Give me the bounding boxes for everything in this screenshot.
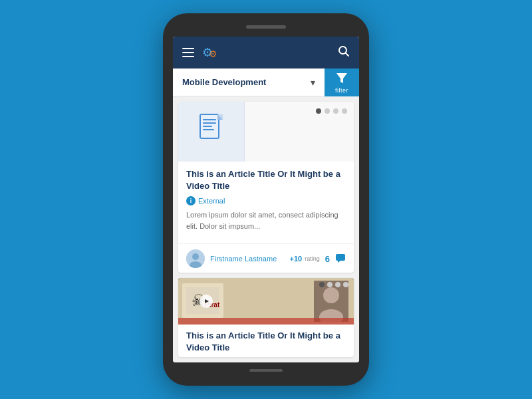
avatar xyxy=(186,249,205,268)
rating-area: +10 rating xyxy=(290,255,320,263)
dot-3 xyxy=(333,108,338,114)
filter-funnel-icon xyxy=(336,72,348,86)
filter-label: filter xyxy=(335,87,348,94)
category-bar: Mobile Development ▾ filter xyxy=(173,68,359,96)
chevron-down-icon: ▾ xyxy=(311,77,315,88)
card1-thumbnail xyxy=(178,102,354,162)
card1-dots xyxy=(316,108,347,114)
svg-rect-12 xyxy=(336,254,345,261)
logo: ⚙ ⚙ xyxy=(202,47,217,59)
gear-orange-icon: ⚙ xyxy=(209,49,217,59)
category-selector[interactable]: Mobile Development ▾ xyxy=(173,68,325,96)
card1-body: This is an Article Title Or It Might be … xyxy=(178,162,354,243)
article-card-2[interactable]: ☠ Pirate ▶ xyxy=(178,278,354,358)
svg-rect-4 xyxy=(203,119,216,120)
phone-container: ⚙ ⚙ Mobile Development ▾ xyxy=(163,13,369,386)
external-tag-icon: i xyxy=(186,196,196,205)
card2-thumbnail: ☠ Pirate ▶ xyxy=(178,278,354,325)
card1-icon-area xyxy=(178,102,245,162)
topbar: ⚙ ⚙ xyxy=(173,37,359,68)
play-button[interactable]: ▶ xyxy=(200,295,213,308)
phone-home-bar xyxy=(249,369,283,372)
card2-dot-3 xyxy=(335,282,340,287)
dot-1 xyxy=(316,108,321,114)
svg-rect-6 xyxy=(203,126,212,127)
svg-rect-5 xyxy=(203,122,216,124)
rating-text: rating xyxy=(305,255,320,262)
card2-dot-1 xyxy=(319,282,325,287)
card1-title: This is an Article Title Or It Might be … xyxy=(186,168,346,192)
card1-tag[interactable]: i External xyxy=(186,196,346,205)
content-area: This is an Article Title Or It Might be … xyxy=(173,96,359,362)
hamburger-button[interactable] xyxy=(182,48,194,57)
external-tag-label: External xyxy=(198,197,225,205)
play-icon: ▶ xyxy=(205,298,209,304)
card2-dot-4 xyxy=(343,282,348,287)
card1-excerpt: Lorem ipsum dolor sit amet, consect adip… xyxy=(186,209,346,231)
svg-point-10 xyxy=(192,253,199,260)
svg-point-18 xyxy=(323,287,339,303)
card2-title: This is an Article Title Or It Might be … xyxy=(186,330,346,354)
comment-icon xyxy=(335,253,346,265)
author-name: Firstname Lastname xyxy=(210,255,285,263)
dot-4 xyxy=(342,108,347,114)
card2-dots xyxy=(319,282,348,287)
topbar-left: ⚙ ⚙ xyxy=(182,47,217,59)
category-label: Mobile Development xyxy=(182,77,266,87)
dot-2 xyxy=(325,108,330,114)
card2-title-area: This is an Article Title Or It Might be … xyxy=(178,325,354,358)
phone-speaker-bar xyxy=(246,25,286,29)
rating-value: +10 xyxy=(290,255,303,263)
comment-count: 6 xyxy=(325,254,330,264)
document-icon xyxy=(199,114,224,150)
search-button[interactable] xyxy=(338,45,350,61)
card1-footer: Firstname Lastname +10 rating 6 xyxy=(178,243,354,272)
svg-marker-13 xyxy=(338,261,340,263)
svg-rect-7 xyxy=(203,129,214,130)
filter-button[interactable]: filter xyxy=(325,68,359,96)
svg-marker-2 xyxy=(336,73,347,83)
svg-line-1 xyxy=(346,53,349,56)
card2-dot-2 xyxy=(327,282,332,287)
phone-screen: ⚙ ⚙ Mobile Development ▾ xyxy=(173,37,359,362)
article-card-1[interactable]: This is an Article Title Or It Might be … xyxy=(178,102,354,273)
